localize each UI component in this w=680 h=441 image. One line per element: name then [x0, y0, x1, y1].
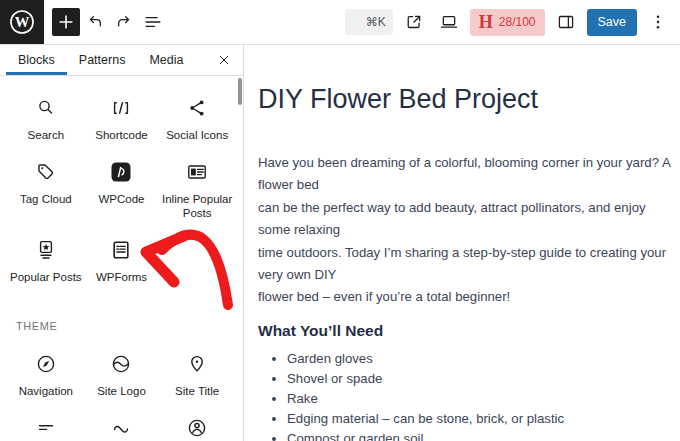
block-label: Inline Popular Posts	[161, 192, 233, 220]
view-post-button[interactable]	[400, 8, 428, 36]
block-label: Tag Cloud	[20, 192, 72, 206]
editor-topbar: W	[0, 0, 680, 45]
laptop-icon	[438, 11, 460, 33]
block-item-wpforms[interactable]: WPForms	[84, 230, 160, 294]
block-label: WPCode	[98, 192, 144, 206]
cmdk-label: ⌘K	[366, 15, 386, 29]
block-item-site-logo[interactable]: Site Logo	[84, 344, 160, 408]
inserter-body: SearchShortcodeSocial IconsTag CloudWPCo…	[0, 76, 243, 441]
tab-blocks[interactable]: Blocks	[6, 45, 67, 75]
wpforms-icon	[109, 238, 133, 262]
list-item[interactable]: Rake	[287, 389, 674, 409]
materials-list: Garden glovesShovel or spadeRakeEdging m…	[258, 349, 674, 441]
kebab-menu-icon	[648, 12, 668, 32]
block-label: WPForms	[96, 270, 147, 284]
block-item-popular-posts[interactable]: Popular Posts	[8, 230, 84, 294]
plus-icon	[55, 11, 77, 33]
section-heading[interactable]: What You’ll Need	[258, 321, 674, 341]
block-item-shortcode[interactable]: Shortcode	[84, 88, 160, 152]
list-item[interactable]: Shovel or spade	[287, 369, 674, 389]
block-item-site-tagline[interactable]	[8, 408, 84, 441]
site-title-icon	[185, 352, 209, 376]
options-menu-button[interactable]	[644, 8, 672, 36]
svg-text:W: W	[15, 14, 30, 30]
list-item[interactable]: Garden gloves	[287, 349, 674, 369]
block-item-avatar[interactable]	[159, 408, 235, 441]
headline-analyzer-icon: H	[479, 13, 493, 31]
tab-patterns[interactable]: Patterns	[67, 45, 138, 75]
wpcode-icon	[109, 160, 133, 184]
redo-icon	[113, 11, 135, 33]
block-label: Shortcode	[95, 128, 147, 142]
panel-scrollbar[interactable]	[238, 78, 242, 105]
preview-button[interactable]	[435, 8, 463, 36]
tag-cloud-icon	[34, 160, 58, 184]
theme-section-label: THEME	[16, 320, 227, 332]
block-item-query-loop[interactable]	[84, 408, 160, 441]
wordpress-logo-icon[interactable]: W	[0, 0, 44, 44]
wordpress-block-editor: W	[0, 0, 680, 441]
undo-button[interactable]	[81, 8, 109, 36]
command-palette-button[interactable]: ⌘K	[345, 9, 393, 35]
block-item-wpcode[interactable]: WPCode	[84, 152, 160, 230]
headline-score-value: 28/100	[499, 15, 536, 29]
avatar-icon	[185, 416, 209, 440]
post-intro-paragraph[interactable]: Have you been dreaming of a colorful, bl…	[258, 152, 674, 309]
inline-popular-posts-icon	[185, 160, 209, 184]
list-view-icon	[142, 11, 164, 33]
block-label: Social Icons	[166, 128, 228, 142]
editor-canvas: DIY Flower Bed Project Have you been dre…	[245, 45, 680, 441]
site-tagline-icon	[34, 416, 58, 440]
blocks-grid: SearchShortcodeSocial IconsTag CloudWPCo…	[8, 88, 235, 294]
popular-posts-icon	[34, 238, 58, 262]
block-item-social-icons[interactable]: Social Icons	[159, 88, 235, 152]
document-overview-button[interactable]	[139, 8, 167, 36]
list-item[interactable]: Compost or garden soil	[287, 429, 674, 441]
settings-sidebar-toggle-button[interactable]	[552, 8, 580, 36]
site-logo-icon	[109, 352, 133, 376]
block-item-tag-cloud[interactable]: Tag Cloud	[8, 152, 84, 230]
navigation-icon	[34, 352, 58, 376]
block-label: Popular Posts	[10, 270, 82, 284]
block-item-inline-popular-posts[interactable]: Inline Popular Posts	[159, 152, 235, 230]
block-label: Site Logo	[97, 384, 146, 398]
redo-button[interactable]	[110, 8, 138, 36]
social-icons-icon	[185, 96, 209, 120]
tab-media[interactable]: Media	[137, 45, 195, 75]
block-inserter-panel: Blocks Patterns Media SearchShortcodeSoc…	[0, 45, 244, 441]
inserter-tabs: Blocks Patterns Media	[0, 45, 243, 76]
search-icon	[34, 96, 58, 120]
list-item[interactable]: Edging material – can be stone, brick, o…	[287, 409, 674, 429]
block-label: Navigation	[19, 384, 73, 398]
close-icon	[216, 52, 232, 68]
undo-icon	[84, 11, 106, 33]
save-button[interactable]: Save	[587, 9, 638, 36]
block-label: Search	[28, 128, 64, 142]
theme-blocks-grid: NavigationSite LogoSite Title	[8, 344, 235, 441]
block-inserter-toggle-button[interactable]	[52, 8, 80, 36]
sidebar-toggle-icon	[555, 11, 577, 33]
block-item-search[interactable]: Search	[8, 88, 84, 152]
shortcode-icon	[109, 96, 133, 120]
query-loop-icon	[109, 416, 133, 440]
headline-score-badge[interactable]: H 28/100	[470, 9, 545, 36]
block-item-site-title[interactable]: Site Title	[159, 344, 235, 408]
external-link-icon	[403, 11, 425, 33]
block-item-navigation[interactable]: Navigation	[8, 344, 84, 408]
post-title[interactable]: DIY Flower Bed Project	[258, 83, 674, 115]
close-inserter-button[interactable]	[211, 45, 237, 75]
block-label: Site Title	[175, 384, 219, 398]
